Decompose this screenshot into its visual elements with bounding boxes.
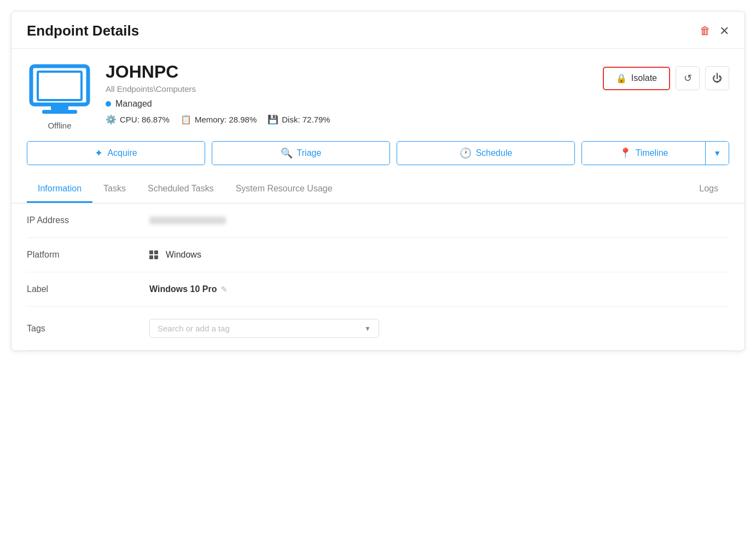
acquire-label: Acquire bbox=[107, 148, 137, 158]
isolate-button[interactable]: 🔒 Isolate bbox=[603, 67, 670, 90]
close-icon[interactable]: ✕ bbox=[719, 24, 729, 38]
managed-label: Managed bbox=[115, 99, 152, 109]
isolate-label: Isolate bbox=[631, 73, 657, 83]
schedule-label: Schedule bbox=[476, 148, 513, 158]
triage-icon: 🔍 bbox=[281, 147, 293, 159]
timeline-chevron-icon: ▼ bbox=[713, 149, 721, 157]
timeline-icon: 📍 bbox=[619, 147, 631, 159]
schedule-button[interactable]: 🕐 Schedule bbox=[397, 141, 575, 165]
tab-scheduled-tasks[interactable]: Scheduled Tasks bbox=[137, 176, 225, 203]
memory-resource: 📋 Memory: 28.98% bbox=[181, 114, 257, 125]
lock-icon: 🔒 bbox=[616, 73, 627, 84]
tags-value: Search or add a tag ▼ bbox=[149, 319, 379, 338]
endpoint-name: JOHNPC bbox=[106, 62, 590, 82]
cpu-resource: ⚙️ CPU: 86.87% bbox=[106, 114, 170, 125]
triage-button[interactable]: 🔍 Triage bbox=[212, 141, 390, 165]
tag-search-placeholder: Search or add a tag bbox=[158, 324, 230, 333]
isolate-actions: 🔒 Isolate ↺ ⏻ bbox=[603, 66, 729, 90]
endpoint-details-panel: Endpoint Details 🗑 ✕ Offline JOHNPC All … bbox=[11, 11, 745, 351]
svg-rect-1 bbox=[38, 72, 82, 100]
endpoint-icon-wrap: Offline bbox=[27, 62, 92, 130]
windows-icon bbox=[149, 250, 158, 259]
memory-icon: 📋 bbox=[181, 114, 191, 125]
acquire-icon: ✦ bbox=[95, 147, 103, 159]
platform-label: Platform bbox=[27, 250, 136, 260]
windows-square-1 bbox=[149, 250, 153, 254]
svg-rect-2 bbox=[51, 104, 68, 110]
info-table: IP Address Platform Windows Label bbox=[11, 203, 745, 351]
cpu-icon: ⚙️ bbox=[106, 114, 117, 125]
acquire-button[interactable]: ✦ Acquire bbox=[27, 141, 205, 165]
panel-header: Endpoint Details 🗑 ✕ bbox=[11, 11, 745, 49]
delete-icon[interactable]: 🗑 bbox=[700, 25, 711, 37]
disk-resource: 💾 Disk: 72.79% bbox=[267, 114, 330, 125]
header-actions: 🗑 ✕ bbox=[700, 24, 729, 38]
panel-title: Endpoint Details bbox=[27, 22, 139, 39]
svg-rect-3 bbox=[42, 110, 77, 114]
triage-label: Triage bbox=[297, 148, 322, 158]
offline-label: Offline bbox=[48, 121, 71, 130]
disk-value: Disk: 72.79% bbox=[282, 115, 330, 124]
tab-information[interactable]: Information bbox=[27, 176, 92, 203]
power-icon: ⏻ bbox=[712, 73, 722, 84]
ip-value bbox=[149, 217, 226, 224]
endpoint-path: All Endpoints\Computers bbox=[106, 84, 590, 94]
tags-label: Tags bbox=[27, 324, 136, 334]
tag-dropdown-arrow-icon: ▼ bbox=[364, 325, 371, 332]
ip-blur bbox=[149, 217, 226, 224]
edit-icon[interactable]: ✎ bbox=[221, 285, 228, 294]
windows-square-4 bbox=[154, 255, 158, 259]
endpoint-section: Offline JOHNPC All Endpoints\Computers M… bbox=[11, 49, 745, 141]
label-value: Windows 10 Pro ✎ bbox=[149, 284, 228, 294]
refresh-button[interactable]: ↺ bbox=[676, 66, 700, 90]
info-row-label: Label Windows 10 Pro ✎ bbox=[27, 272, 729, 307]
resource-row: ⚙️ CPU: 86.87% 📋 Memory: 28.98% 💾 Disk: … bbox=[106, 114, 590, 125]
windows-square-3 bbox=[149, 255, 153, 259]
tab-tasks[interactable]: Tasks bbox=[92, 176, 137, 203]
timeline-label: Timeline bbox=[636, 148, 668, 158]
endpoint-info: JOHNPC All Endpoints\Computers Managed ⚙… bbox=[106, 62, 590, 125]
label-label: Label bbox=[27, 284, 136, 294]
action-toolbar: ✦ Acquire 🔍 Triage 🕐 Schedule 📍 Timeline… bbox=[11, 141, 745, 176]
timeline-button[interactable]: 📍 Timeline bbox=[582, 142, 706, 165]
info-row-tags: Tags Search or add a tag ▼ bbox=[27, 307, 729, 351]
windows-square-2 bbox=[154, 250, 158, 254]
timeline-button-group: 📍 Timeline ▼ bbox=[581, 141, 729, 165]
platform-value: Windows bbox=[149, 250, 201, 260]
cpu-value: CPU: 86.87% bbox=[120, 115, 170, 124]
managed-dot bbox=[106, 101, 111, 107]
monitor-icon bbox=[27, 62, 92, 116]
label-text: Windows 10 Pro bbox=[149, 284, 217, 294]
disk-icon: 💾 bbox=[267, 114, 278, 125]
ip-label: IP Address bbox=[27, 215, 136, 225]
tag-search-input[interactable]: Search or add a tag ▼ bbox=[149, 319, 379, 338]
refresh-icon: ↺ bbox=[684, 72, 692, 84]
memory-value: Memory: 28.98% bbox=[195, 115, 257, 124]
managed-row: Managed bbox=[106, 99, 590, 109]
tab-logs[interactable]: Logs bbox=[688, 176, 729, 203]
tabs-row: Information Tasks Scheduled Tasks System… bbox=[11, 176, 745, 203]
schedule-icon: 🕐 bbox=[460, 147, 472, 159]
platform-text: Windows bbox=[166, 250, 201, 260]
info-row-ip: IP Address bbox=[27, 203, 729, 238]
info-row-platform: Platform Windows bbox=[27, 238, 729, 272]
timeline-dropdown-button[interactable]: ▼ bbox=[706, 142, 729, 165]
tab-system-resource-usage[interactable]: System Resource Usage bbox=[225, 176, 344, 203]
power-button[interactable]: ⏻ bbox=[705, 66, 729, 90]
